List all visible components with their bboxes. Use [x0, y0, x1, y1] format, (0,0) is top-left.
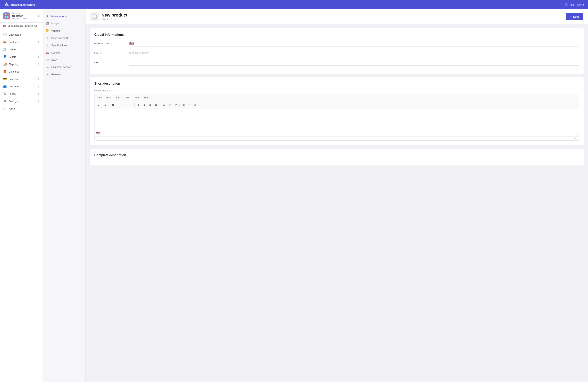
sidebar-item-gift-cards[interactable]: 🎁 Gift cards — [0, 68, 42, 75]
price-stock-icon: ≡ — [46, 36, 49, 40]
sidebar-item-products[interactable]: 📦 Products ❯ — [0, 38, 42, 46]
dashboard-icon: 📊 — [3, 33, 7, 36]
sidebar-item-customers[interactable]: 👥 Customers ❯ — [0, 83, 42, 90]
sub-nav-label: Reviews — [51, 73, 61, 76]
complete-description-title: Complete description — [94, 153, 579, 157]
highlight-button[interactable]: 🖊 — [167, 102, 172, 108]
align-center-button[interactable]: ≡ — [142, 102, 147, 108]
editor-menu-edit[interactable]: Edit — [105, 95, 113, 100]
reviews-icon: ★ — [46, 73, 49, 76]
emoji-button[interactable]: ☺ — [192, 102, 198, 108]
nav-item-chevron-icon: ❯ — [38, 78, 40, 80]
nav-item-left: 📡 Feeds — [3, 92, 16, 95]
sub-nav-label: Price and stock — [51, 37, 69, 40]
sidebar: 🏪 Operator Operator My shop online ❯ 🇺🇸 … — [0, 9, 43, 382]
redo-button[interactable]: ↪ — [102, 102, 108, 108]
resize-handle[interactable]: ↘ — [577, 133, 579, 136]
nav-item-left: 👥 Customers — [3, 85, 21, 88]
nav-item-label: Terms — [9, 107, 15, 110]
collapse-button[interactable]: ← — [559, 3, 562, 7]
nav-item-left: 📄 Terms — [3, 107, 15, 110]
images-icon: 🖼 — [46, 22, 49, 25]
sidebar-item-dashboard[interactable]: 📊 Dashboard — [0, 31, 42, 38]
short-description-section: Short description 0 / 255 characters Fil… — [89, 77, 584, 146]
short-description-editor: FileEditViewInsertToolsHelp ↩ ↪ B I U S … — [94, 94, 579, 141]
bold-button[interactable]: B — [110, 102, 116, 108]
terms-icon: 📄 — [3, 107, 7, 110]
text-color-button[interactable]: A — [161, 102, 167, 108]
underline-button[interactable]: U — [122, 102, 127, 108]
gift-cards-icon: 🎁 — [3, 70, 7, 73]
special-chars-button[interactable]: Ω — [187, 102, 192, 108]
inline-code-button[interactable]: Ix — [173, 102, 178, 108]
page-header: 📋 New product Creation form ✓ Save — [85, 9, 588, 24]
sellers-icon: 👤 — [3, 55, 7, 59]
ean13-input-wrap — [129, 50, 579, 56]
toolbar-divider-3 — [160, 103, 160, 107]
upc-input[interactable] — [129, 60, 579, 65]
page-header-left: 📋 New product Creation form — [90, 12, 127, 21]
align-right-button[interactable]: ≡ — [147, 102, 153, 108]
customers-icon: 👥 — [3, 85, 7, 88]
operator-chevron-icon[interactable]: ❯ — [37, 14, 40, 18]
user-name: Alex — [577, 3, 582, 6]
table-button[interactable]: ⊞ — [181, 102, 186, 108]
operator-info: Operator Operator My shop online — [12, 12, 35, 20]
sub-nav-item-logistic[interactable]: 🚛 Logistic — [43, 49, 85, 56]
page-title-group: New product Creation form — [102, 13, 127, 21]
sidebar-item-sellers[interactable]: 👤 Sellers ❯ — [0, 53, 42, 61]
save-button-label: Save — [573, 15, 579, 18]
sub-nav-item-specifications[interactable]: ≡ Specifications — [43, 42, 85, 49]
informations-icon: ℹ — [46, 14, 49, 18]
sub-nav-item-seo[interactable]: <> SEO — [43, 56, 85, 64]
sub-nav-item-reviews[interactable]: ★ Reviews — [43, 71, 85, 78]
language-selector[interactable]: 🇺🇸 Shop language : English (US) — [0, 22, 42, 29]
sub-nav-item-images[interactable]: 🖼 Images — [43, 20, 85, 27]
editor-menu-file[interactable]: File — [96, 95, 105, 100]
editor-menu-help[interactable]: Help — [142, 95, 151, 100]
char-count: 0 / 255 characters — [94, 89, 579, 92]
user-menu-button[interactable]: Alex ▾ — [577, 3, 584, 6]
nav-item-chevron-icon: ❯ — [38, 92, 40, 95]
sub-nav-label: Specifications — [51, 44, 67, 47]
short-description-editor-body[interactable]: 🇺🇸 ↘ — [94, 109, 579, 136]
product-name-input[interactable] — [135, 41, 579, 46]
product-name-row: Product name * 🇺🇸 — [94, 41, 579, 46]
product-name-flag-icon: 🇺🇸 — [129, 42, 134, 46]
sub-nav-item-informations[interactable]: ℹ Informations — [43, 12, 85, 20]
shipping-icon: 🚚 — [3, 63, 7, 66]
italic-button[interactable]: I — [116, 102, 122, 108]
products-icon: 📦 — [3, 40, 7, 44]
nav-item-left: 🎁 Gift cards — [3, 70, 20, 73]
operator-panel[interactable]: 🏪 Operator Operator My shop online ❯ — [0, 9, 42, 22]
editor-menu-view[interactable]: View — [113, 95, 122, 100]
top-nav: origami marketplace ← ⓘ Help Alex ▾ — [0, 0, 588, 9]
sidebar-item-shipping[interactable]: 🚚 Shipping ❯ — [0, 61, 42, 68]
sidebar-item-settings[interactable]: ⚙️ Settings ❯ — [0, 97, 42, 105]
editor-menu-tools[interactable]: Tools — [132, 95, 142, 100]
nav-item-chevron-icon: ❯ — [38, 55, 40, 58]
align-left-button[interactable]: ≡ — [136, 102, 141, 108]
operator-label: Operator — [12, 12, 35, 14]
nav-item-label: Customers — [9, 85, 21, 88]
align-justify-button[interactable]: ≡ — [153, 102, 159, 108]
sidebar-item-orders[interactable]: 🛒 Orders — [0, 46, 42, 53]
sidebar-item-payment[interactable]: 💳 Payment ❯ — [0, 75, 42, 83]
nav-item-label: Sellers — [9, 55, 16, 58]
help-button[interactable]: ⓘ Help — [566, 3, 574, 6]
content-area: ℹ Informations 🖼 Images 🔀 Variants ≡ Pri… — [43, 9, 588, 382]
strikethrough-button[interactable]: S — [128, 102, 133, 108]
sidebar-item-feeds[interactable]: 📡 Feeds ❯ — [0, 90, 42, 97]
nav-item-chevron-icon: ❯ — [38, 85, 40, 88]
sidebar-item-terms[interactable]: 📄 Terms — [0, 105, 42, 112]
sub-nav-item-variants[interactable]: 🔀 Variants — [43, 27, 85, 34]
undo-button[interactable]: ↩ — [96, 102, 102, 108]
main-page: 📋 New product Creation form ✓ Save Globa… — [85, 9, 588, 382]
ean13-input[interactable] — [129, 50, 579, 56]
nav-item-chevron-icon: ❯ — [38, 63, 40, 65]
save-button[interactable]: ✓ Save — [566, 13, 583, 20]
sub-nav-item-customer-service[interactable]: 🗨 Customer service — [43, 64, 85, 71]
sub-nav-item-price-stock[interactable]: ≡ Price and stock — [43, 34, 85, 42]
more-button[interactable]: ··· — [198, 102, 204, 108]
editor-menu-insert[interactable]: Insert — [122, 95, 132, 100]
